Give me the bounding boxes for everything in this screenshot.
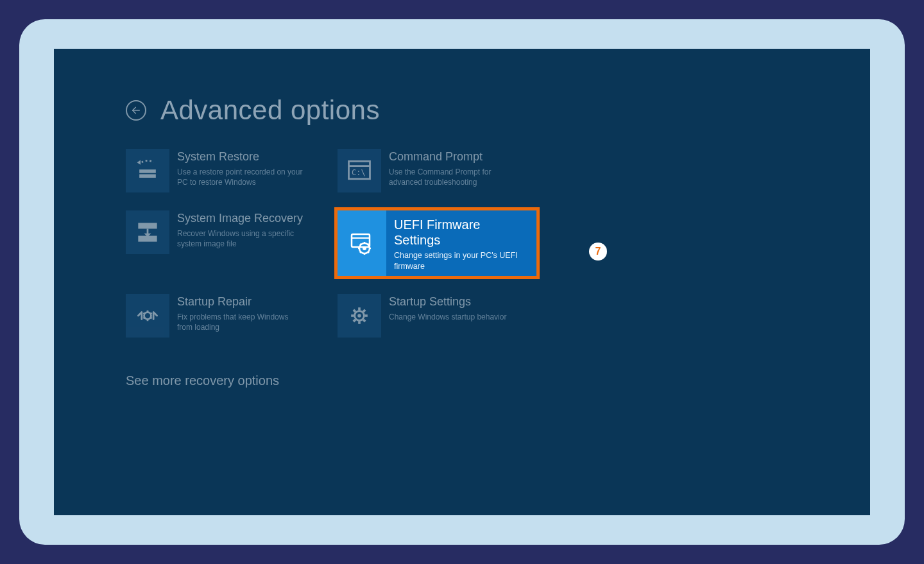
svg-text:C:\: C:\ — [352, 168, 366, 177]
svg-line-28 — [144, 318, 145, 319]
tile-title: Startup Settings — [389, 295, 506, 309]
tile-text: Startup Repair Fix problems that keep Wi… — [169, 294, 304, 332]
svg-point-14 — [363, 246, 366, 250]
tile-title: UEFI Firmware Settings — [394, 217, 520, 248]
tile-text: Command Prompt Use the Command Prompt fo… — [381, 149, 516, 187]
svg-line-26 — [144, 312, 145, 314]
tile-uefi-firmware-settings[interactable]: UEFI Firmware Settings Change settings i… — [334, 207, 540, 279]
svg-rect-2 — [139, 169, 156, 173]
svg-line-27 — [151, 318, 152, 319]
tile-desc: Recover Windows using a specific system … — [177, 228, 304, 249]
svg-rect-7 — [138, 223, 157, 228]
tile-desc: Use the Command Prompt for advanced trou… — [389, 167, 516, 187]
svg-line-39 — [363, 310, 365, 312]
svg-rect-3 — [139, 175, 156, 178]
tile-text: System Image Recovery Recover Windows us… — [169, 210, 304, 249]
image-recovery-icon — [126, 210, 169, 254]
tile-text: System Restore Use a restore point recor… — [169, 149, 304, 187]
tile-desc: Use a restore point recorded on your PC … — [177, 167, 304, 187]
tile-system-restore[interactable]: System Restore Use a restore point recor… — [126, 149, 318, 192]
tile-title: System Restore — [177, 150, 304, 164]
content-area: Advanced options System Restore — [126, 95, 543, 388]
svg-line-29 — [151, 312, 152, 314]
svg-line-20 — [368, 252, 369, 253]
options-grid: System Restore Use a restore point recor… — [126, 149, 543, 338]
arrow-left-icon — [131, 105, 141, 115]
tile-title: System Image Recovery — [177, 212, 304, 226]
tile-startup-settings[interactable]: Startup Settings Change Windows startup … — [338, 294, 543, 338]
page-header: Advanced options — [126, 95, 543, 126]
page-title: Advanced options — [160, 95, 380, 126]
tile-startup-repair[interactable]: Startup Repair Fix problems that keep Wi… — [126, 294, 318, 338]
tile-title: Startup Repair — [177, 295, 304, 309]
svg-line-22 — [368, 244, 369, 245]
recovery-screen: Advanced options System Restore — [54, 49, 870, 515]
tile-desc: Fix problems that keep Windows from load… — [177, 312, 304, 332]
svg-line-36 — [354, 310, 355, 312]
tile-title: Command Prompt — [389, 150, 516, 164]
tile-desc: Change settings in your PC's UEFI firmwa… — [394, 250, 520, 272]
gear-icon — [338, 294, 381, 338]
tile-text: UEFI Firmware Settings Change settings i… — [386, 210, 527, 272]
svg-line-19 — [360, 244, 361, 245]
annotation-badge: 7 — [589, 243, 607, 261]
tile-system-image-recovery[interactable]: System Image Recovery Recover Windows us… — [126, 210, 318, 276]
svg-line-38 — [354, 320, 355, 321]
svg-point-31 — [357, 314, 361, 318]
uefi-icon — [338, 210, 386, 276]
command-prompt-icon: C:\ — [338, 149, 381, 192]
svg-line-37 — [363, 320, 365, 321]
svg-line-21 — [360, 252, 361, 253]
svg-marker-1 — [137, 160, 141, 165]
more-recovery-options-link[interactable]: See more recovery options — [126, 373, 543, 388]
startup-repair-icon — [126, 294, 169, 338]
outer-frame: Advanced options System Restore — [19, 19, 905, 545]
back-button[interactable] — [126, 100, 146, 121]
tile-command-prompt[interactable]: C:\ Command Prompt Use the Command Promp… — [338, 149, 543, 192]
tile-desc: Change Windows startup behavior — [389, 312, 506, 322]
tile-text: Startup Settings Change Windows startup … — [381, 294, 506, 322]
restore-icon — [126, 149, 169, 192]
